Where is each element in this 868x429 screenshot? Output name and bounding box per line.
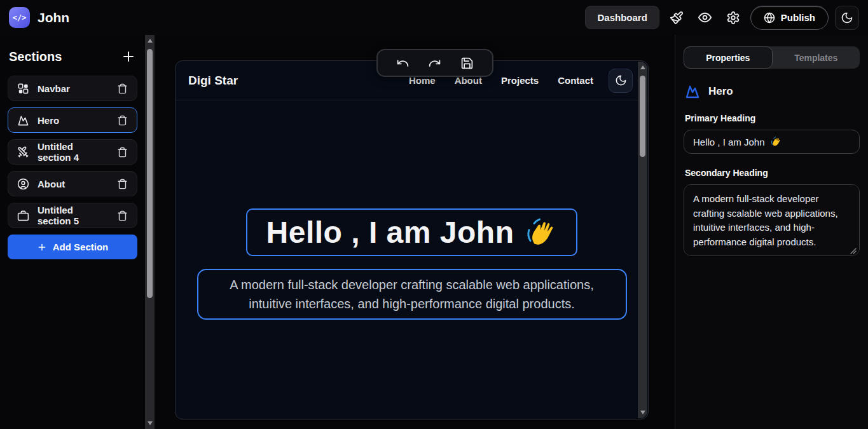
nav-link-contact[interactable]: Contact (558, 75, 593, 86)
delete-section-button[interactable] (117, 83, 128, 94)
primary-heading-value: Hello , I am John (693, 137, 765, 147)
editor-main-area: Digi Star Home About Projects Contact He… (155, 35, 675, 429)
paintbrush-button[interactable] (666, 7, 687, 29)
sidebar-item-untitled-5[interactable]: Untitled section 5 (8, 203, 137, 228)
undo-icon (396, 57, 410, 70)
paintbrush-icon (670, 11, 684, 25)
sidebar-item-navbar[interactable]: Navbar (8, 76, 137, 101)
hero-primary-heading-selected[interactable]: Hello , I am John (246, 208, 578, 256)
mountain-icon (17, 114, 29, 126)
sidebar-item-label: Untitled section 4 (38, 141, 109, 163)
sidebar-item-hero[interactable]: Hero (8, 107, 137, 133)
waving-hand-emoji (770, 136, 782, 147)
primary-heading-label: Primary Heading (685, 113, 858, 123)
save-button[interactable] (459, 55, 475, 71)
site-name: Digi Star (188, 74, 238, 88)
sidebar-item-label: About (38, 179, 109, 189)
primary-heading-input[interactable]: Hello , I am John (684, 130, 860, 154)
app-window: </> John Dashboard Publish Sect (0, 0, 868, 429)
panel-tabs: Properties Templates (684, 46, 860, 69)
preview-button[interactable] (694, 6, 716, 29)
scroll-up-arrow[interactable] (640, 65, 645, 69)
swords-icon (17, 146, 29, 158)
editor-toolbar (376, 49, 493, 77)
canvas-scrollbar[interactable] (638, 62, 647, 418)
code-icon: </> (13, 13, 27, 22)
save-icon (460, 57, 474, 70)
secondary-heading-textarea[interactable]: A modern full-stack developer crafting s… (684, 184, 860, 256)
sections-title: Sections (9, 50, 62, 64)
eye-icon (698, 10, 712, 25)
trash-icon (117, 210, 128, 221)
nav-link-projects[interactable]: Projects (501, 75, 539, 86)
plus-icon (37, 242, 47, 252)
delete-section-button[interactable] (117, 115, 128, 126)
scrollbar-thumb[interactable] (640, 76, 645, 157)
selected-section-name: Hero (708, 85, 733, 98)
sidebar-item-untitled-4[interactable]: Untitled section 4 (8, 139, 137, 165)
globe-icon (764, 12, 775, 24)
app-logo: </> (9, 7, 30, 28)
hero-secondary-heading-selected[interactable]: A modern full-stack developer crafting s… (197, 269, 627, 320)
scrollbar-thumb[interactable] (147, 49, 153, 298)
app-title: John (38, 10, 69, 25)
tab-templates[interactable]: Templates (773, 46, 860, 69)
undo-button[interactable] (395, 55, 411, 71)
plus-icon (121, 49, 136, 64)
redo-button[interactable] (427, 55, 443, 71)
preview-hero-section: Hello , I am John A modern full-stack de… (176, 100, 648, 320)
moon-icon (615, 74, 627, 86)
layout-grid-icon (17, 83, 29, 95)
trash-icon (117, 83, 128, 94)
sidebar-item-label: Navbar (38, 83, 109, 94)
redo-icon (428, 57, 441, 70)
tab-properties[interactable]: Properties (684, 46, 773, 69)
trash-icon (117, 147, 128, 158)
hero-secondary-heading-text: A modern full-stack developer crafting s… (209, 275, 616, 313)
secondary-heading-label: Secondary Heading (685, 168, 858, 178)
add-section-button[interactable]: Add Section (8, 235, 137, 259)
sidebar-item-label: Hero (38, 115, 109, 126)
add-section-label: Add Section (53, 242, 109, 252)
properties-panel: Properties Templates Hero Primary Headin… (675, 35, 868, 429)
settings-gear-icon (726, 11, 740, 25)
site-preview-canvas[interactable]: Digi Star Home About Projects Contact He… (175, 60, 649, 419)
delete-section-button[interactable] (117, 147, 128, 158)
user-circle-icon (17, 178, 29, 190)
scroll-down-arrow[interactable] (148, 421, 153, 425)
sidebar-item-label: Untitled section 5 (38, 205, 109, 226)
hero-primary-heading-text: Hello , I am John (266, 215, 514, 250)
settings-button[interactable] (722, 7, 744, 29)
add-section-plus-button[interactable] (121, 49, 136, 64)
theme-toggle-button[interactable] (835, 6, 859, 30)
briefcase-icon (17, 210, 29, 222)
delete-section-button[interactable] (117, 179, 128, 189)
publish-label: Publish (781, 12, 815, 23)
sections-sidebar: Sections Navbar Hero Untitled section 4 (0, 35, 145, 429)
publish-button[interactable]: Publish (750, 6, 829, 30)
preview-theme-toggle-button[interactable] (609, 69, 633, 93)
trash-icon (117, 179, 128, 189)
sidebar-scrollbar[interactable] (145, 35, 155, 429)
moon-icon (841, 11, 853, 24)
scroll-down-arrow[interactable] (640, 411, 645, 414)
top-bar: </> John Dashboard Publish (0, 0, 868, 35)
trash-icon (117, 115, 128, 126)
scroll-up-arrow[interactable] (148, 39, 153, 43)
dashboard-button[interactable]: Dashboard (585, 6, 659, 29)
delete-section-button[interactable] (117, 210, 128, 221)
sidebar-item-about[interactable]: About (8, 171, 137, 196)
waving-hand-emoji (524, 216, 557, 249)
mountain-icon (685, 84, 700, 99)
